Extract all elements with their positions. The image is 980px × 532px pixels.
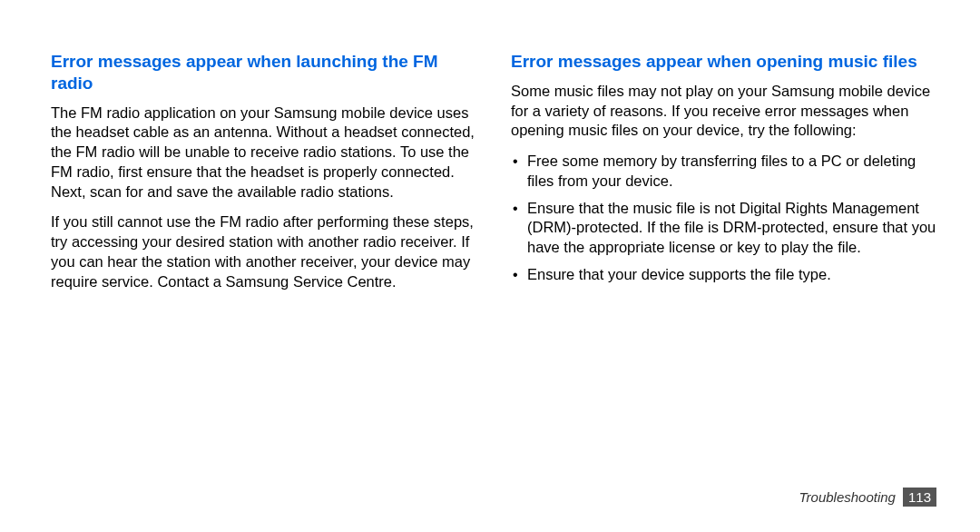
music-files-bullets: Free some memory by transferring files t… (511, 152, 936, 285)
fm-radio-heading: Error messages appear when launching the… (51, 51, 476, 94)
fm-radio-para2: If you still cannot use the FM radio aft… (51, 212, 476, 291)
page-footer: Troubleshooting 113 (799, 488, 937, 507)
right-column: Error messages appear when opening music… (511, 51, 936, 292)
left-column: Error messages appear when launching the… (51, 51, 476, 292)
music-files-intro: Some music files may not play on your Sa… (511, 82, 936, 141)
fm-radio-para1: The FM radio application on your Samsung… (51, 103, 476, 202)
bullet-item: Ensure that the music file is not Digita… (511, 199, 936, 258)
music-files-heading: Error messages appear when opening music… (511, 51, 936, 73)
bullet-item: Ensure that your device supports the fil… (511, 265, 936, 285)
bullet-item: Free some memory by transferring files t… (511, 152, 936, 192)
footer-section-label: Troubleshooting (799, 489, 896, 505)
page-content: Error messages appear when launching the… (51, 51, 936, 292)
page-number: 113 (903, 488, 936, 507)
